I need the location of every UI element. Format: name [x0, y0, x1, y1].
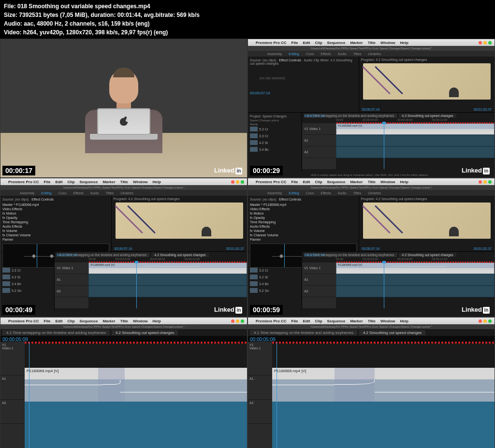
program-tc-left: 00;00;07;16 — [362, 108, 380, 111]
timeline-panel[interactable]: 4.1 Time remapping on the timeline and a… — [55, 252, 247, 310]
timestamp: 00:00:29 — [250, 166, 283, 175]
speed-curve[interactable] — [25, 385, 102, 385]
program-tab[interactable]: Program: 4.2 Smoothing out speed changes — [359, 57, 495, 63]
mac-menubar[interactable]: Premiere Pro CC File Edit Clip Sequence … — [248, 39, 495, 46]
speed-curve-transition[interactable] — [102, 380, 120, 385]
thumbnail-6[interactable]: Premiere Pro CC FileEditClipSequenceMark… — [248, 317, 495, 448]
minimize-icon[interactable] — [483, 41, 487, 44]
timeline-tab-2[interactable]: 4.2 Smoothing out speed changes — [399, 114, 456, 118]
menu-marker[interactable]: Marker — [350, 41, 363, 45]
mac-menubar[interactable]: Premiere Pro CC FileEditClipSequenceMark… — [0, 178, 247, 185]
menu-clip[interactable]: Clip — [315, 41, 322, 45]
thumbnail-3[interactable]: Premiere Pro CC FileEditClipSequenceMark… — [0, 178, 248, 317]
track-a1[interactable]: A1 — [302, 135, 336, 146]
timeline-zoomed[interactable]: 4.1 Time remapping on the timeline and a… — [248, 329, 495, 448]
status-hint: click in empty space and drag to marquee… — [311, 173, 456, 176]
video-clip[interactable]: P1180068.mp4 [V] — [336, 123, 495, 135]
menu-help[interactable]: Help — [400, 41, 408, 45]
project-item[interactable]: 3.3 Cr — [250, 132, 300, 139]
timeline-panel[interactable]: 4.1 Time remapping on the timeline and a… — [302, 113, 495, 171]
project-panel[interactable]: Project: Speed Changes Speed Changes.prp… — [248, 113, 302, 171]
audio-value: aac, 48000 Hz, 2 channels, s16, 159 kb/s… — [24, 20, 149, 27]
bitrate-label: avg.bitrate: — [144, 12, 175, 18]
thumbnail-5[interactable]: Premiere Pro CC FileEditClipSequenceMark… — [0, 317, 248, 448]
bitrate-value: 569 kb/s — [177, 12, 200, 18]
effect-controls-panel[interactable]: Source: (no clips) Effect Controls Maste… — [0, 196, 112, 251]
ws-assembly[interactable]: Assembly — [267, 52, 282, 56]
keyframe-selection[interactable] — [335, 368, 375, 402]
size-label: Size: — [4, 12, 17, 18]
speed-curve[interactable] — [120, 392, 247, 392]
project-tab[interactable]: Project: Speed Changes — [250, 115, 300, 118]
ws-audio[interactable]: Audio — [338, 52, 347, 56]
program-tc-right: 00;01;02;37 — [474, 108, 492, 111]
fx-panner[interactable]: Panner — [2, 237, 109, 242]
menu-window[interactable]: Window — [380, 41, 395, 45]
audio-label: Audio: — [4, 20, 22, 27]
thumbnail-grid: 00:00:17 Linkedin Premiere Pro CC File E… — [0, 39, 495, 448]
menu-title[interactable]: Title — [368, 41, 376, 45]
thumbnail-4[interactable]: Premiere Pro CC FileEditClipSequenceMark… — [248, 178, 495, 317]
window-title: /Users/ut9/Desktop/For PPRo Speed Test/P… — [248, 46, 495, 51]
ws-libraries[interactable]: Libraries — [368, 52, 381, 56]
duration-label: duration: — [90, 12, 116, 18]
program-monitor[interactable]: Program: 4.2 Smoothing out speed changes… — [359, 57, 495, 112]
media-metadata: File: 018 Smoothing out variable speed c… — [0, 0, 495, 39]
ws-editing[interactable]: Editing — [289, 52, 299, 56]
ws-color[interactable]: Color — [306, 52, 314, 56]
ws-effects[interactable]: Effects — [320, 52, 331, 56]
app-name[interactable]: Premiere Pro CC — [256, 41, 287, 45]
file-label: File: — [4, 3, 16, 10]
thumbnail-2[interactable]: Premiere Pro CC File Edit Clip Sequence … — [248, 39, 495, 178]
timeline-timecode[interactable]: 00;00;07;16 — [304, 114, 324, 118]
linkedin-watermark: Linkedin — [462, 167, 490, 174]
video-clip-zoomed[interactable]: P1180068.mp4 [V] — [25, 368, 247, 402]
thumbnail-1[interactable]: 00:00:17 Linkedin — [0, 39, 248, 178]
project-item[interactable]: 3.4 Bv — [250, 146, 300, 153]
program-monitor[interactable]: Program: 4.2 Smoothing out speed changes… — [112, 196, 248, 251]
fx-chvol[interactable]: fx Channel Volume — [2, 233, 109, 237]
timestamp: 00:00:17 — [2, 166, 35, 175]
workspace-bar[interactable]: Assembly Editing Color Effects Audio Tit… — [248, 51, 495, 57]
video-preview[interactable] — [363, 63, 491, 100]
no-clip-label: (no clip selected) — [250, 67, 357, 89]
fx-remap[interactable]: Time Remapping — [2, 220, 109, 224]
project-item[interactable]: 4.2 Sr — [250, 139, 300, 146]
close-icon[interactable] — [479, 41, 482, 44]
audio-clip[interactable] — [336, 146, 495, 158]
video-value: h264, yuv420p, 1280x720, 398 kb/s, 29,97… — [23, 29, 168, 36]
track-v1[interactable]: V1 Video 1 — [302, 123, 336, 135]
playhead[interactable] — [384, 123, 384, 169]
size-value: 7392531 bytes (7,05 MiB) — [19, 12, 87, 18]
timestamp: 00:00:49 — [2, 305, 35, 315]
menu-sequence[interactable]: Sequence — [327, 41, 346, 45]
ws-titles[interactable]: Titles — [353, 52, 361, 56]
apple-logo-icon — [120, 118, 128, 126]
fx-volume[interactable]: fx Volume — [2, 229, 109, 233]
timestamp: 00:00:59 — [250, 305, 283, 315]
project-item[interactable]: 5.3 Cr — [250, 126, 300, 132]
duration-value: 00:01:44 — [117, 12, 141, 18]
fx-motion[interactable]: fx Motion — [2, 211, 109, 216]
effect-controls-panel[interactable]: Source: (no clips) Effect Controls Audio… — [248, 57, 359, 112]
fx-video[interactable]: Video Effects — [2, 207, 109, 211]
menu-edit[interactable]: Edit — [303, 41, 310, 45]
timeline-zoomed[interactable]: 4.1 Time remapping on the timeline and a… — [0, 329, 247, 448]
source-timecode: 00;00;07;16 — [250, 91, 357, 95]
maximize-icon[interactable] — [488, 41, 492, 44]
menu-file[interactable]: File — [291, 41, 298, 45]
linkedin-watermark: Linkedin — [214, 167, 242, 174]
video-label: Video: — [4, 29, 21, 36]
fx-audio[interactable]: Audio Effects — [2, 224, 109, 229]
file-name: 018 Smoothing out variable speed changes… — [17, 3, 150, 10]
audio-clip[interactable] — [336, 135, 495, 146]
fx-opacity[interactable]: fx Opacity — [2, 216, 109, 220]
track-a2[interactable]: A2 — [302, 146, 336, 158]
